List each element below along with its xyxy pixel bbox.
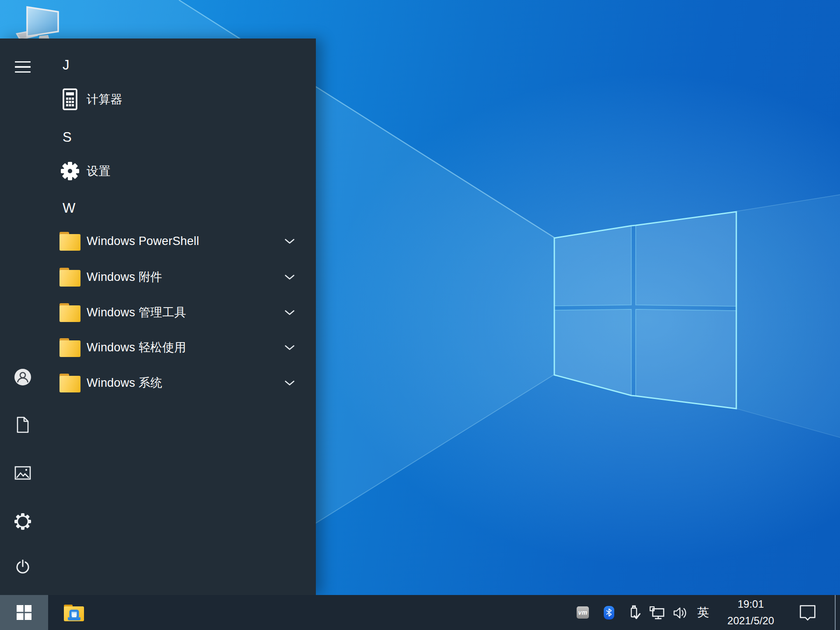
app-group-label: Windows 管理工具 [87,304,186,320]
network-tray-button[interactable] [649,606,665,620]
app-group-label: Windows 附件 [87,269,162,285]
app-group-windows-system[interactable]: Windows 系统 [42,366,295,400]
folder-icon [60,337,80,358]
pictures-button[interactable] [12,462,33,483]
file-explorer-icon [63,603,85,622]
section-letter-S[interactable]: S [42,120,295,154]
folder-icon [60,266,80,287]
usb-icon [627,604,640,621]
section-letter-W[interactable]: W [42,191,295,225]
chevron-down-icon[interactable] [284,330,295,364]
vmware-tools-tray-button[interactable]: vm [577,606,589,619]
windows-logo-icon [17,605,32,620]
folder-icon [60,302,80,323]
action-center-button[interactable] [799,604,816,621]
settings-button[interactable] [12,511,33,532]
app-group-windows-ease-of-access[interactable]: Windows 轻松使用 [42,330,295,364]
section-letter-label: W [63,200,75,216]
chevron-down-icon[interactable] [284,295,295,329]
app-group-windows-accessories[interactable]: Windows 附件 [42,260,295,294]
gear-icon [14,513,31,530]
language-indicator[interactable]: 英 [696,595,710,630]
file-explorer-taskbar-button[interactable] [48,595,100,630]
app-group-windows-admin-tools[interactable]: Windows 管理工具 [42,295,295,329]
power-button[interactable] [12,556,33,578]
documents-button[interactable] [12,414,33,435]
app-group-windows-powershell[interactable]: Windows PowerShell [42,224,295,258]
user-icon [14,369,31,385]
gear-icon [60,161,80,182]
usb-safely-remove-tray-button[interactable] [627,604,640,621]
taskbar: vm [0,595,840,630]
clock-date: 2021/5/20 [728,612,774,629]
language-indicator-label: 英 [697,605,709,620]
app-item-settings[interactable]: 设置 [42,154,295,188]
bluetooth-icon [604,606,614,620]
app-group-label: Windows 轻松使用 [87,340,186,355]
action-center-icon [799,604,816,621]
show-desktop-button[interactable] [835,595,840,630]
network-icon [649,606,665,620]
vmware-icon: vm [577,606,589,619]
windows-desktop: J 计算器 S [0,0,840,630]
power-icon [15,559,31,575]
app-item-label: 计算器 [87,91,122,107]
app-group-label: Windows 系统 [87,375,162,391]
volume-icon [673,606,689,620]
start-button[interactable] [0,595,48,630]
section-letter-label: J [63,57,70,73]
start-app-list: J 计算器 S [42,38,295,595]
user-account-button[interactable] [12,367,33,388]
app-item-calculator[interactable]: 计算器 [42,82,295,116]
pictures-icon [14,466,31,480]
start-menu: J 计算器 S [0,38,316,595]
section-letter-J[interactable]: J [42,48,295,82]
app-item-label: 设置 [87,163,110,179]
volume-tray-button[interactable] [673,606,689,620]
expand-menu-button[interactable] [12,56,33,77]
clock-time: 19:01 [738,596,764,612]
chevron-down-icon[interactable] [284,224,295,258]
windows-logo-wallpaper [554,212,736,409]
document-icon [16,416,29,433]
folder-icon [60,231,80,252]
calculator-icon [60,89,80,110]
chevron-down-icon[interactable] [284,260,295,294]
section-letter-label: S [63,130,72,145]
app-group-label: Windows PowerShell [87,234,199,248]
chevron-down-icon[interactable] [284,366,295,400]
folder-icon [60,372,80,393]
hamburger-icon [15,61,31,73]
bluetooth-tray-button[interactable] [604,606,614,620]
taskbar-clock[interactable]: 19:01 2021/5/20 [718,595,784,630]
